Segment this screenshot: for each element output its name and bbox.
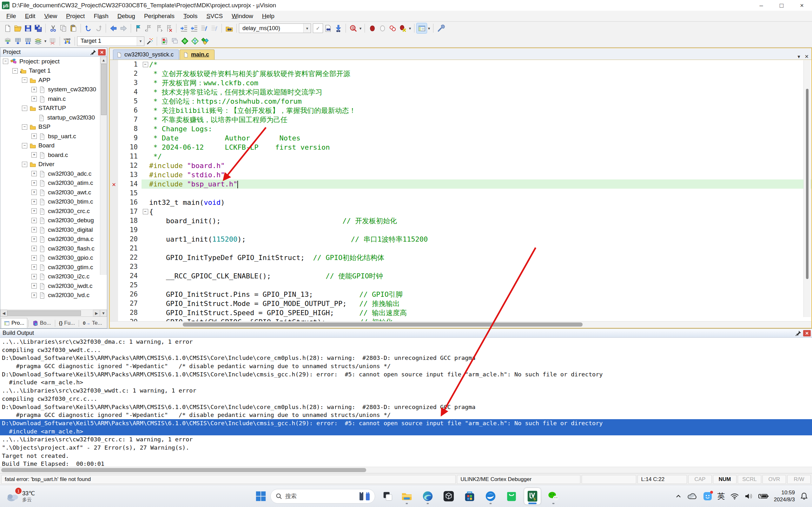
build-log-line-4[interactable]: #pragma GCC diagnostic ignored "-Wpedant… (0, 362, 812, 370)
code-line-7[interactable]: 7 * 不靠卖板赚钱，以培养中国工程师为己任 (110, 115, 811, 124)
code-line-14[interactable]: ✕14#include "bsp_uart.h" (110, 179, 811, 189)
save-all-icon[interactable] (33, 23, 43, 33)
project-tree-vscrollbar[interactable]: ▲ (100, 57, 107, 275)
tree-item-cw32f030-gpio-c[interactable]: +cw32f030_gpio.c (0, 253, 107, 263)
expand-icon[interactable]: + (32, 180, 37, 186)
tree-item-driver[interactable]: −Driver (0, 160, 107, 169)
fold-collapse-icon[interactable]: − (143, 62, 148, 67)
code-line-1[interactable]: 1−/* (110, 60, 811, 69)
expand-icon[interactable]: + (32, 274, 37, 279)
breakpoint-margin[interactable] (110, 124, 118, 133)
scroll-left-icon[interactable]: ◀ (0, 310, 7, 317)
volume-icon[interactable] (744, 493, 753, 500)
breakpoint-margin[interactable] (110, 290, 118, 299)
tree-item-cw32f030-awt-c[interactable]: +cw32f030_awt.c (0, 188, 107, 197)
breakpoint-icon[interactable] (367, 23, 377, 33)
menu-flash[interactable]: Flash (89, 11, 113, 21)
breakpoint-margin[interactable] (110, 318, 118, 321)
workspace-tab-bo[interactable]: ?Bo... (30, 318, 54, 328)
batch-build-dropdown-icon[interactable]: ▾ (44, 39, 47, 44)
incremental-find-icon[interactable] (333, 23, 343, 33)
translate-icon[interactable] (3, 36, 13, 46)
breakpoint-margin[interactable] (110, 281, 118, 290)
outdent-icon[interactable] (189, 23, 199, 33)
breakpoint-margin[interactable] (110, 161, 118, 170)
rebuild-icon[interactable] (23, 36, 33, 46)
menu-svcs[interactable]: SVCS (202, 11, 227, 21)
breakpoint-margin[interactable] (110, 235, 118, 244)
expand-icon[interactable]: + (32, 246, 37, 251)
ms-store-button[interactable] (461, 488, 478, 504)
indent-icon[interactable] (179, 23, 189, 33)
breakpoint-margin[interactable] (110, 216, 118, 225)
menu-view[interactable]: View (40, 11, 61, 21)
menu-edit[interactable]: Edit (20, 11, 40, 21)
breakpoint-margin[interactable] (110, 97, 118, 106)
breakpoint-margin[interactable] (110, 198, 118, 207)
tree-item-startup[interactable]: −STARTUP (0, 104, 107, 113)
scrollbar-thumb[interactable] (101, 64, 107, 115)
options-wand-icon[interactable] (144, 36, 155, 46)
collapse-icon[interactable]: − (22, 124, 27, 130)
expand-icon[interactable]: + (32, 87, 37, 92)
build-log-line-1[interactable]: ..\..\Libraries\src\cw32f030_dma.c: 1 wa… (0, 338, 812, 346)
expand-icon[interactable]: + (32, 96, 37, 102)
close-button[interactable]: × (792, 0, 812, 11)
breakpoint-margin[interactable] (110, 244, 118, 253)
checkmark-dropdown-icon[interactable]: ✓ (313, 23, 323, 33)
books-icon[interactable] (200, 36, 210, 46)
kill-breakpoints-icon[interactable] (398, 23, 408, 33)
expand-icon[interactable]: + (32, 236, 37, 242)
collapse-icon[interactable]: − (22, 106, 27, 111)
tree-item-cw32f030-dma-c[interactable]: +cw32f030_dma.c (0, 235, 107, 244)
combo-dropdown-icon[interactable]: ▾ (303, 24, 311, 33)
target-select-combo[interactable]: Target 1▾ (77, 37, 144, 46)
paste-icon[interactable] (68, 23, 79, 33)
breakpoint-dropdown-icon[interactable]: ▾ (408, 26, 412, 31)
build-output-close-icon[interactable]: ✕ (803, 330, 811, 336)
breakpoint-margin[interactable] (110, 308, 118, 318)
menu-file[interactable]: File (2, 11, 20, 21)
save-icon[interactable] (23, 23, 33, 33)
green-bag-app-button[interactable] (503, 488, 520, 504)
menu-debug[interactable]: Debug (113, 11, 140, 21)
clock[interactable]: 10:59 2024/8/3 (774, 489, 795, 503)
breakpoint-margin[interactable] (110, 253, 118, 262)
find-in-doc-icon[interactable] (323, 23, 333, 33)
breakpoint-margin[interactable] (110, 115, 118, 124)
prev-bookmark-icon[interactable] (143, 23, 154, 33)
layout-dropdown-icon[interactable]: ▾ (427, 26, 431, 31)
breakpoint-margin[interactable] (110, 271, 118, 281)
nav-forward-icon[interactable] (118, 23, 129, 33)
breakpoint-margin[interactable] (110, 152, 118, 161)
code-line-2[interactable]: 2 * 立创开发板软硬件资料与相关扩展板软硬件资料官网全部开源 (110, 69, 811, 78)
onedrive-icon[interactable] (687, 493, 698, 500)
expand-icon[interactable]: + (32, 152, 37, 158)
tree-item-cw32f030-adc-c[interactable]: +cw32f030_adc.c (0, 169, 107, 178)
build-log-line-8[interactable]: compiling cw32f030_crc.c... (0, 395, 812, 403)
notification-bell-icon[interactable] (800, 492, 808, 500)
workspace-tab-pro[interactable]: Pro... (1, 318, 27, 328)
tree-item-startup-cw32f030[interactable]: startup_cw32f030 (0, 113, 107, 122)
find-in-files-icon[interactable] (224, 23, 234, 33)
breakpoint-margin[interactable] (110, 299, 118, 308)
cut-icon[interactable] (48, 23, 58, 33)
breakpoint-margin[interactable] (110, 189, 118, 198)
tree-item-cw32f030-crc-c[interactable]: +cw32f030_crc.c (0, 207, 107, 216)
pin-icon[interactable] (90, 49, 97, 55)
tree-item-cw32f030-gtim-c[interactable]: +cw32f030_gtim.c (0, 263, 107, 272)
code-line-18[interactable]: 18 board_init(); // 开发板初始化 (110, 216, 811, 225)
enable-breakpoints-icon[interactable] (388, 23, 398, 33)
breakpoint-margin[interactable] (110, 262, 118, 271)
insert-bookmark-icon[interactable] (133, 23, 143, 33)
scrollbar-thumb[interactable] (7, 311, 81, 316)
new-file-icon[interactable] (3, 23, 13, 33)
editor-tab-cw32f030-systick-c[interactable]: cw32f030_systick.c (113, 50, 179, 60)
expand-icon[interactable]: + (32, 293, 37, 298)
build-log-line-12[interactable]: #include <arm_acle.h> (0, 428, 812, 436)
taskbar-search-input[interactable]: 搜索 (270, 489, 375, 504)
breakpoint-margin[interactable] (110, 207, 118, 216)
expand-icon[interactable]: + (32, 255, 37, 261)
code-line-23[interactable]: 23 (110, 262, 811, 271)
comment-icon[interactable] (199, 23, 209, 33)
